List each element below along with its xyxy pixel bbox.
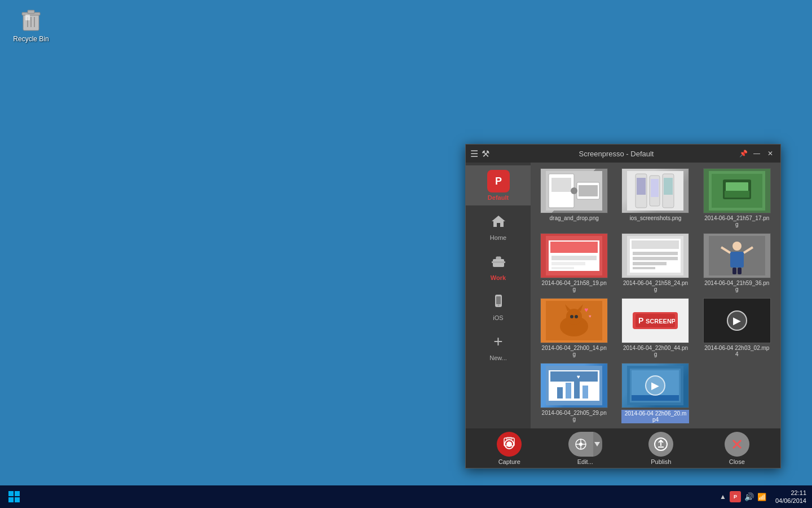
default-icon: P	[487, 170, 510, 192]
file-item[interactable]: 2014-06-04_21h57_17.png	[699, 168, 775, 227]
window-title: Screenpresso - Default	[495, 150, 738, 158]
svg-rect-14	[496, 296, 501, 304]
file-thumbnail: ▶	[621, 363, 689, 408]
file-item[interactable]: 2014-06-04_21h58_24.png	[617, 233, 693, 292]
sidebar-item-new[interactable]: + New...	[466, 326, 531, 366]
edit-button-group[interactable]: Edit...	[568, 432, 602, 465]
svg-point-21	[571, 187, 577, 194]
file-name: 2014-06-04_21h58_24.png	[621, 280, 689, 292]
taskbar-system-tray: ▲ P 🔊 📶	[715, 491, 771, 502]
file-thumbnail: ♥	[540, 363, 608, 408]
taskbar-right: ▲ P 🔊 📶 22:11 04/06/2014	[715, 489, 812, 505]
svg-point-60	[575, 315, 578, 318]
file-thumbnail	[703, 168, 771, 213]
svg-rect-49	[730, 252, 744, 268]
chevron-up-icon[interactable]: ▲	[720, 493, 726, 501]
file-grid: drag_and_drop.png	[531, 163, 780, 428]
svg-point-59	[570, 315, 573, 318]
file-item[interactable]: 2014-06-04_21h59_36.png	[699, 233, 775, 292]
svg-rect-26	[651, 179, 659, 197]
file-item[interactable]: drag_and_drop.png	[536, 168, 612, 227]
title-bar-left-icons: ☰ ⚒	[470, 148, 489, 159]
svg-text:♥: ♥	[577, 374, 580, 380]
work-icon	[487, 250, 510, 273]
svg-rect-45	[633, 262, 667, 265]
svg-rect-2	[28, 10, 34, 14]
clock-time: 22:11	[791, 489, 806, 497]
svg-rect-18	[551, 178, 571, 192]
close-icon	[725, 432, 749, 457]
svg-marker-9	[492, 216, 505, 227]
title-bar: ☰ ⚒ Screenpresso - Default 📌 — ✕	[466, 144, 780, 163]
close-window-button[interactable]: ✕	[765, 148, 776, 159]
file-name: 2014-06-04_22h00_44.png	[621, 345, 689, 357]
file-item[interactable]: ♥ ♥ 2014-06-04_22h00_14.png	[536, 298, 612, 357]
svg-rect-12	[492, 261, 505, 263]
svg-rect-72	[582, 386, 588, 398]
network-icon[interactable]: 📶	[757, 493, 766, 501]
svg-rect-52	[732, 268, 736, 274]
svg-rect-38	[551, 262, 585, 265]
screenpresso-tray-icon[interactable]: P	[730, 491, 741, 502]
svg-point-56	[566, 309, 582, 325]
home-icon	[487, 210, 510, 233]
file-name: 2014-06-04_21h59_36.png	[703, 280, 771, 292]
svg-rect-6	[25, 15, 30, 20]
taskbar: ▲ P 🔊 📶 22:11 04/06/2014	[0, 485, 812, 508]
edit-group	[568, 432, 602, 457]
settings-icon[interactable]: ⚒	[482, 148, 489, 159]
svg-rect-93	[8, 491, 14, 496]
svg-rect-20	[579, 185, 598, 196]
file-item[interactable]: ▶ 2014-06-04 22h03_02.mp4	[699, 298, 775, 357]
sidebar-item-ios[interactable]: iOS	[466, 286, 531, 326]
capture-button[interactable]: Capture	[492, 432, 526, 465]
file-item[interactable]: 2014-06-04_21h58_19.png	[536, 233, 612, 292]
minimize-button[interactable]: —	[751, 148, 762, 159]
close-label: Close	[729, 458, 745, 465]
sidebar-item-home[interactable]: Home	[466, 205, 531, 246]
file-item[interactable]: ♥ 2014-06-04_22h05_29.png	[536, 363, 612, 423]
publish-icon	[648, 432, 673, 457]
file-name: 2014-06-04_22h00_14.png	[540, 345, 608, 357]
play-button-overlay: ▶	[727, 310, 747, 331]
file-name-selected: 2014-06-04 22h06_20.mp4	[621, 410, 689, 423]
edit-dropdown-arrow[interactable]	[592, 432, 602, 457]
svg-rect-24	[637, 178, 646, 195]
pin-button[interactable]: 📌	[738, 148, 749, 159]
file-thumbnail: P SCREENPRESSO	[621, 298, 689, 343]
svg-rect-42	[632, 240, 679, 249]
file-item[interactable]: P SCREENPRESSO 2014-06-04_22h00_44.png	[617, 298, 693, 357]
recycle-bin-icon[interactable]: Recycle Bin	[8, 6, 54, 43]
svg-rect-96	[15, 497, 20, 502]
volume-icon[interactable]: 🔊	[744, 492, 754, 501]
publish-button[interactable]: Publish	[644, 432, 678, 465]
file-thumbnail: ♥ ♥	[540, 298, 608, 343]
file-thumbnail	[540, 233, 608, 278]
sp-logo-thumb: P SCREENPRESSO	[633, 312, 678, 329]
system-clock[interactable]: 22:11 04/06/2014	[775, 489, 806, 505]
desktop: Recycle Bin ☰ ⚒ Screenpresso - Default 📌…	[0, 0, 812, 508]
close-button[interactable]: Close	[720, 432, 754, 465]
edit-label: Edit...	[577, 458, 593, 465]
menu-icon[interactable]: ☰	[470, 148, 478, 159]
file-item[interactable]: ▶ 2014-06-04 22h06_20.mp4	[617, 363, 693, 423]
file-name: ios_screenshots.png	[630, 215, 682, 221]
svg-rect-94	[15, 491, 20, 496]
svg-text:SCREENPRESSO: SCREENPRESSO	[646, 318, 675, 325]
start-button[interactable]	[0, 485, 28, 508]
svg-marker-88	[594, 442, 600, 446]
svg-rect-70	[566, 383, 571, 398]
svg-rect-37	[551, 256, 597, 260]
svg-rect-33	[725, 191, 749, 198]
file-name: drag_and_drop.png	[550, 215, 599, 221]
sidebar-ios-label: iOS	[493, 314, 503, 321]
edit-button[interactable]	[568, 432, 593, 457]
sidebar-work-label: Work	[491, 274, 506, 281]
recycle-bin-label: Recycle Bin	[13, 35, 48, 43]
svg-text:P: P	[495, 176, 501, 187]
ios-icon	[487, 290, 510, 313]
sidebar-item-default[interactable]: P Default	[466, 165, 531, 205]
svg-text:♥: ♥	[584, 306, 588, 314]
file-item[interactable]: ios_screenshots.png	[617, 168, 693, 227]
sidebar-item-work[interactable]: Work	[466, 246, 531, 286]
